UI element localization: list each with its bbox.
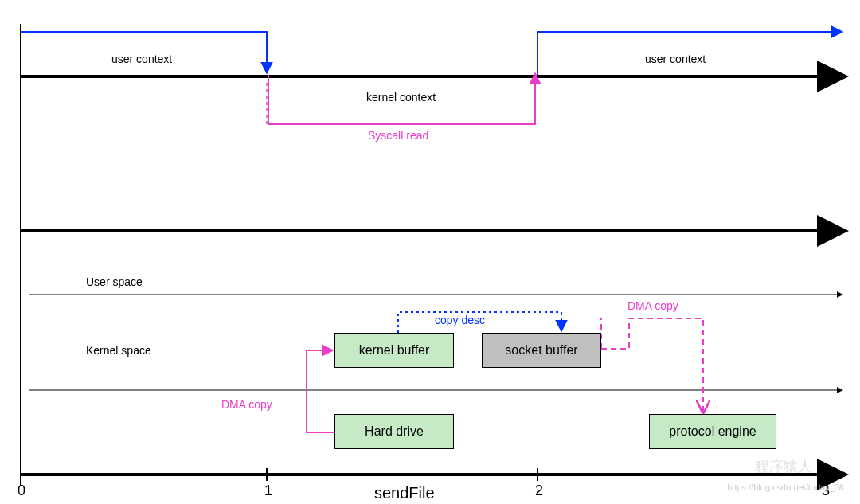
kernel-context-label: kernel context [366,91,436,104]
marker-1: 1 [264,483,272,499]
watermark-url: https://blog.csdn.net/today_08 [727,483,844,492]
marker-2: 2 [535,483,543,499]
protocol-engine-box: protocol engine [649,414,776,449]
user-context-left-label: user context [111,53,172,65]
syscall-read-label: Syscall read [368,129,428,142]
dma-copy-left-label: DMA copy [221,398,272,411]
diagram-title: sendFile [374,484,435,502]
dma-copy-sb-to-pe [601,318,703,412]
kernel-space-label: Kernel space [86,344,151,357]
user-space-label: User space [86,275,143,288]
dma-copy-right-label: DMA copy [627,299,678,312]
user-context-right-label: user context [645,53,706,65]
hard-drive-text: Hard drive [365,424,424,439]
hard-drive-box: Hard drive [334,414,454,449]
kernel-buffer-text: kernel buffer [359,343,430,357]
dma-copy-hd-to-kb [307,350,334,432]
socket-buffer-box: socket buffer [482,333,601,368]
watermark-brand: 程序猿人 [755,457,812,476]
kernel-buffer-box: kernel buffer [334,333,454,368]
marker-0: 0 [18,483,25,499]
copy-desc-label: copy desc [435,314,485,326]
sendfile-diagram: user context user context kernel context… [0,0,860,504]
socket-buffer-text: socket buffer [505,343,577,357]
protocol-engine-text: protocol engine [669,424,756,439]
